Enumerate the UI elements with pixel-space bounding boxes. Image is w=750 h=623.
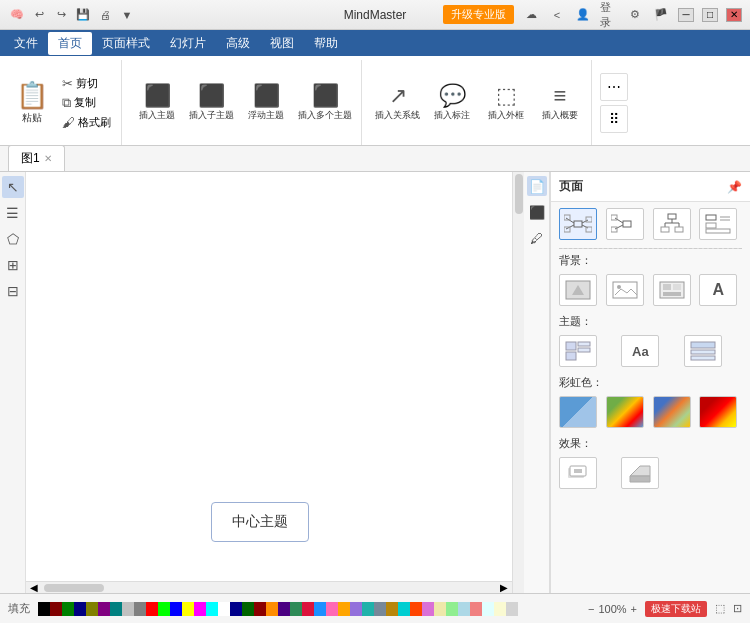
theme-item-text[interactable]: Aa <box>621 335 659 367</box>
insert-frame-btn[interactable]: ⬚ 插入外框 <box>481 81 531 124</box>
tool-table[interactable]: ⊟ <box>2 280 24 302</box>
color-cell[interactable] <box>98 602 110 616</box>
tool-select[interactable]: ↖ <box>2 176 24 198</box>
color-cell[interactable] <box>422 602 434 616</box>
insert-relation-btn[interactable]: ↗ 插入关系线 <box>372 81 423 124</box>
save-btn[interactable]: 💾 <box>74 6 92 24</box>
insert-label-btn[interactable]: 💬 插入标注 <box>427 81 477 124</box>
cloud-icon[interactable]: ☁ <box>522 6 540 24</box>
color-cell[interactable] <box>374 602 386 616</box>
rpanel-page-btn[interactable]: 📄 <box>527 176 547 196</box>
color-cell[interactable] <box>146 602 158 616</box>
color-cell[interactable] <box>134 602 146 616</box>
insert-topic-btn[interactable]: ⬛ 插入主题 <box>132 81 182 124</box>
color-cell[interactable] <box>266 602 278 616</box>
quick-access-more[interactable]: ▼ <box>118 6 136 24</box>
close-btn[interactable]: ✕ <box>726 8 742 22</box>
cut-btn[interactable]: ✂ 剪切 <box>58 75 115 92</box>
color-cell[interactable] <box>410 602 422 616</box>
insert-multi-btn[interactable]: ⬛ 插入多个主题 <box>295 81 355 124</box>
print-btn[interactable]: 🖨 <box>96 6 114 24</box>
login-icon[interactable]: 登录 <box>600 6 618 24</box>
ribbon-more-btn[interactable]: ⋯ <box>600 73 628 101</box>
bg-item-image[interactable] <box>606 274 644 306</box>
color-cell[interactable] <box>446 602 458 616</box>
color-swatch-1[interactable] <box>559 396 597 428</box>
color-cell[interactable] <box>86 602 98 616</box>
insert-child-btn[interactable]: ⬛ 插入子主题 <box>186 81 237 124</box>
color-cell[interactable] <box>290 602 302 616</box>
format-copy-btn[interactable]: 🖌 格式刷 <box>58 114 115 131</box>
menu-slideshow[interactable]: 幻灯片 <box>160 32 216 55</box>
color-cell[interactable] <box>194 602 206 616</box>
mindmap-center-node[interactable]: 中心主题 <box>211 502 309 542</box>
menu-file[interactable]: 文件 <box>4 32 48 55</box>
color-cell[interactable] <box>158 602 170 616</box>
maximize-btn[interactable]: □ <box>702 8 718 22</box>
layout-item-list[interactable] <box>699 208 737 240</box>
share-icon[interactable]: < <box>548 6 566 24</box>
color-cell[interactable] <box>62 602 74 616</box>
tool-shape[interactable]: ⬠ <box>2 228 24 250</box>
copy-btn[interactable]: ⧉ 复制 <box>58 94 115 112</box>
color-cell[interactable] <box>230 602 242 616</box>
color-cell[interactable] <box>458 602 470 616</box>
scroll-right-btn[interactable]: ▶ <box>496 582 512 593</box>
bg-item-text[interactable]: A <box>699 274 737 306</box>
paste-btn[interactable]: 📋 粘贴 <box>10 76 54 129</box>
color-cell[interactable] <box>242 602 254 616</box>
color-cell[interactable] <box>74 602 86 616</box>
tab-close-icon[interactable]: ✕ <box>44 153 52 164</box>
color-swatch-4[interactable] <box>699 396 737 428</box>
scroll-left-btn[interactable]: ◀ <box>26 582 42 593</box>
menu-page-style[interactable]: 页面样式 <box>92 32 160 55</box>
color-cell[interactable] <box>254 602 266 616</box>
insert-summary-btn[interactable]: ≡ 插入概要 <box>535 81 585 124</box>
color-cell[interactable] <box>170 602 182 616</box>
scroll-horizontal[interactable]: ◀ ▶ <box>26 581 512 593</box>
undo-btn[interactable]: ↩ <box>30 6 48 24</box>
color-cell[interactable] <box>122 602 134 616</box>
color-cell[interactable] <box>494 602 506 616</box>
tab-diagram1[interactable]: 图1 ✕ <box>8 145 65 171</box>
color-cell[interactable] <box>50 602 62 616</box>
color-cell[interactable] <box>314 602 326 616</box>
fit-icon[interactable]: ⊡ <box>733 602 742 615</box>
color-cell[interactable] <box>482 602 494 616</box>
color-swatch-2[interactable] <box>606 396 644 428</box>
settings-icon[interactable]: ⚙ <box>626 6 644 24</box>
user-icon[interactable]: 👤 <box>574 6 592 24</box>
color-cell[interactable] <box>206 602 218 616</box>
color-cell[interactable] <box>434 602 446 616</box>
theme-item-layout[interactable] <box>684 335 722 367</box>
theme-item-grid[interactable] <box>559 335 597 367</box>
redo-btn[interactable]: ↪ <box>52 6 70 24</box>
color-cell[interactable] <box>182 602 194 616</box>
color-cell[interactable] <box>350 602 362 616</box>
color-cell[interactable] <box>338 602 350 616</box>
color-cell[interactable] <box>326 602 338 616</box>
page-view-icon[interactable]: ⬚ <box>715 602 725 615</box>
scroll-vertical[interactable] <box>512 172 524 593</box>
color-cell[interactable] <box>398 602 410 616</box>
layout-item-mind1[interactable] <box>559 208 597 240</box>
color-cell[interactable] <box>470 602 482 616</box>
menu-view[interactable]: 视图 <box>260 32 304 55</box>
tool-list[interactable]: ☰ <box>2 202 24 224</box>
color-cell[interactable] <box>218 602 230 616</box>
color-cell[interactable] <box>506 602 518 616</box>
insert-float-btn[interactable]: ⬛ 浮动主题 <box>241 81 291 124</box>
menu-help[interactable]: 帮助 <box>304 32 348 55</box>
rpanel-node-btn[interactable]: ⬛ <box>527 202 547 222</box>
menu-advanced[interactable]: 高级 <box>216 32 260 55</box>
canvas-area[interactable]: 中心主题 ◀ ▶ <box>26 172 524 593</box>
effect-item-shadow[interactable] <box>559 457 597 489</box>
flag-icon[interactable]: 🏴 <box>652 6 670 24</box>
rpanel-style-btn[interactable]: 🖊 <box>527 228 547 248</box>
color-cell[interactable] <box>38 602 50 616</box>
zoom-in-btn[interactable]: + <box>631 603 637 615</box>
panel-pin-icon[interactable]: 📌 <box>727 180 742 194</box>
upgrade-button[interactable]: 升级专业版 <box>443 5 514 24</box>
layout-item-mind2[interactable] <box>606 208 644 240</box>
bg-item-default[interactable] <box>559 274 597 306</box>
